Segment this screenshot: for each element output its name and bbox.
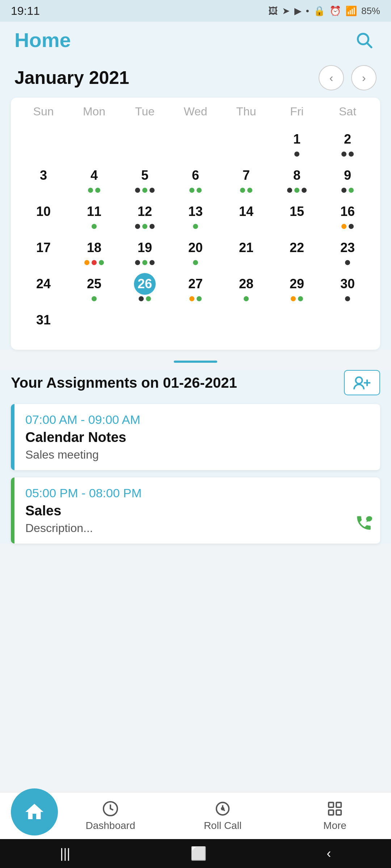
add-person-button[interactable] — [344, 370, 380, 395]
calendar-day-25[interactable]: 25 — [69, 270, 119, 306]
event-card-1[interactable]: 07:00 AM - 09:00 AM Calendar Notes Sales… — [11, 404, 380, 470]
status-icons: 🖼 ➤ ▶ • 🔒 ⏰ 📶 85% — [268, 5, 380, 17]
calendar-day-8[interactable]: 8 — [272, 162, 322, 198]
calendar-day-18[interactable]: 18 — [69, 234, 119, 270]
calendar-grid: Sun Mon Tue Wed Thu Fri Sat 123456789101… — [11, 98, 380, 350]
calendar-day-29[interactable]: 29 — [272, 270, 322, 306]
calendar-day-27[interactable]: 27 — [170, 270, 221, 306]
calendar-day-empty-36 — [69, 306, 119, 342]
calendar-day-16[interactable]: 16 — [322, 198, 373, 234]
calendar-day-28[interactable]: 28 — [221, 270, 272, 306]
calendar-day-20[interactable]: 20 — [170, 234, 221, 270]
calendar-day-9[interactable]: 9 — [322, 162, 373, 198]
event-2-title: Sales — [25, 503, 337, 519]
green-dot — [298, 296, 303, 301]
green-dot — [142, 188, 147, 193]
app-bar: Home — [0, 22, 391, 58]
calendar-header: January 2021 ‹ › — [11, 65, 380, 90]
dot-row-25 — [92, 296, 97, 301]
green-dot — [142, 260, 147, 265]
calendar-day-empty-38 — [170, 306, 221, 342]
nav-item-more[interactable]: More — [279, 800, 391, 831]
svg-line-1 — [367, 43, 371, 47]
event-card-2-right — [348, 477, 380, 544]
calendar-day-30[interactable]: 30 — [322, 270, 373, 306]
orange-dot — [291, 296, 296, 301]
green-dot — [92, 296, 97, 301]
calendar-day-17[interactable]: 17 — [18, 234, 69, 270]
android-menu-btn[interactable]: ||| — [60, 846, 70, 861]
android-back-btn[interactable]: ‹ — [327, 846, 331, 861]
calendar-nav: ‹ › — [319, 65, 377, 90]
calendar-day-4[interactable]: 4 — [69, 162, 119, 198]
green-dot — [92, 224, 97, 229]
more-label: More — [323, 820, 346, 831]
prev-month-button[interactable]: ‹ — [319, 65, 344, 90]
calendar-day-19[interactable]: 19 — [119, 234, 170, 270]
lock-icon: 🔒 — [314, 5, 325, 17]
calendar-day-5[interactable]: 5 — [119, 162, 170, 198]
dark-dot — [341, 152, 346, 157]
event-card-2-bar — [11, 477, 14, 544]
assignments-section: Your Assignments on 01-26-2021 07:00 AM … — [0, 370, 391, 544]
dot-row-13 — [193, 224, 198, 229]
calendar-day-22[interactable]: 22 — [272, 234, 322, 270]
nav-item-rollcall[interactable]: Roll Call — [167, 800, 279, 831]
calendar-day-23[interactable]: 23 — [322, 234, 373, 270]
dark-dot — [150, 260, 155, 265]
calendar-day-10[interactable]: 10 — [18, 198, 69, 234]
search-button[interactable] — [351, 27, 377, 52]
calendar-day-7[interactable]: 7 — [221, 162, 272, 198]
calendar-day-24[interactable]: 24 — [18, 270, 69, 306]
calendar-day-31[interactable]: 31 — [18, 306, 69, 342]
calendar-day-26[interactable]: 26 — [119, 270, 170, 306]
svg-point-9 — [222, 808, 224, 810]
dark-dot — [302, 188, 307, 193]
event-card-1-bar — [11, 404, 14, 470]
nav-item-dashboard[interactable]: Dashboard — [54, 800, 167, 831]
calendar-day-1[interactable]: 1 — [272, 125, 322, 162]
android-home-btn[interactable]: ⬜ — [190, 846, 207, 861]
call-icon[interactable] — [355, 514, 373, 536]
dark-dot — [135, 224, 140, 229]
calendar-day-21[interactable]: 21 — [221, 234, 272, 270]
dark-dot — [287, 188, 292, 193]
calendar-day-12[interactable]: 12 — [119, 198, 170, 234]
green-dot — [189, 188, 194, 193]
calendar-day-15[interactable]: 15 — [272, 198, 322, 234]
green-dot — [99, 260, 104, 265]
status-time: 19:11 — [11, 4, 40, 18]
dashboard-label: Dashboard — [86, 820, 135, 831]
dark-dot — [349, 152, 354, 157]
dot-row-5 — [135, 188, 155, 193]
dot-row-1 — [294, 152, 299, 157]
green-dot — [193, 260, 198, 265]
dot-row-29 — [291, 296, 303, 301]
next-month-button[interactable]: › — [351, 65, 377, 90]
dot-row-19 — [135, 260, 155, 265]
event-card-2[interactable]: 05:00 PM - 08:00 PM Sales Description... — [11, 477, 380, 544]
rollcall-label: Roll Call — [204, 820, 241, 831]
dot-row-26 — [139, 296, 151, 301]
dot-row-6 — [189, 188, 202, 193]
calendar-day-11[interactable]: 11 — [69, 198, 119, 234]
calendar-day-empty-37 — [119, 306, 170, 342]
calendar-day-empty-4 — [221, 125, 272, 162]
home-fab-button[interactable] — [11, 788, 58, 835]
event-1-title: Calendar Notes — [25, 430, 369, 445]
calendar-month-title: January 2021 — [14, 67, 129, 88]
calendar-day-6[interactable]: 6 — [170, 162, 221, 198]
calendar-day-2[interactable]: 2 — [322, 125, 373, 162]
assignments-title: Your Assignments on 01-26-2021 — [11, 375, 237, 391]
green-dot — [240, 188, 245, 193]
calendar-day-14[interactable]: 14 — [221, 198, 272, 234]
calendar-day-13[interactable]: 13 — [170, 198, 221, 234]
green-dot — [95, 188, 100, 193]
calendar-day-3[interactable]: 3 — [18, 162, 69, 198]
weekday-wed: Wed — [170, 101, 221, 122]
calendar-day-empty-3 — [170, 125, 221, 162]
section-divider — [174, 361, 217, 363]
green-dot — [146, 296, 151, 301]
svg-rect-13 — [336, 810, 341, 814]
event-2-desc: Description... — [25, 522, 337, 535]
